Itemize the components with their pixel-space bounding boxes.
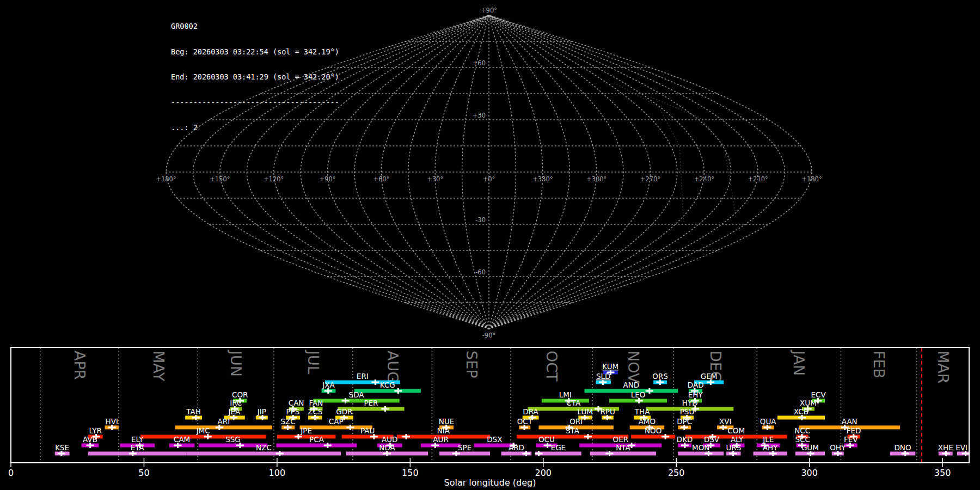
shower-code-label: PSU (680, 407, 695, 416)
shower-code-label: ETA (131, 443, 145, 452)
shower-code-label: LYR (89, 426, 102, 435)
longitude-label: +90° (319, 175, 335, 183)
shower-code-label: FED (847, 426, 861, 435)
longitude-label: +60° (373, 175, 389, 183)
shower-code-label: SLD (596, 372, 611, 381)
shower-code-label: PPS (286, 407, 300, 416)
shower-code-label: XHE (938, 443, 953, 452)
shower-code-label: DSX (487, 435, 502, 444)
month-label: NOV (625, 351, 642, 383)
latitude-label: -60 (475, 268, 486, 276)
month-label: MAY (150, 351, 167, 382)
latitude-label: -90° (482, 332, 496, 339)
shower-code-label: SPE (458, 443, 471, 452)
shower-bar (276, 444, 357, 448)
shower-bar (678, 452, 724, 456)
activity-timeline: APRMAYJUNJULAUGSEPOCTNOVDECJANFEBMAR KUM… (0, 343, 980, 490)
sky-map: +180°+150°+120°+90°+60°+30°+0°+330°+300°… (0, 0, 980, 343)
shower-bar (439, 452, 490, 456)
shower-code-label: JEA (228, 407, 241, 416)
shower-bar (175, 426, 272, 430)
shower-code-label: DRA (523, 407, 538, 416)
shower-code-label: NDA (379, 443, 395, 452)
shower-code-label: KCG (380, 381, 395, 389)
shower-code-label: QUA (760, 417, 777, 426)
shower-code-label: SSG (225, 435, 241, 444)
shower-code-label: ZCS (308, 407, 322, 416)
shower-code-label: GDR (336, 407, 352, 416)
longitude-label: +330° (532, 175, 553, 183)
shower-code-label: GEM (701, 372, 718, 381)
shower-code-label: CTA (566, 399, 581, 407)
meridian-line (489, 15, 516, 329)
meridian-line (489, 15, 623, 329)
longitude-label: +0° (483, 175, 495, 183)
shower-bar (354, 389, 421, 393)
shower-code-label: LEO (631, 390, 646, 399)
shower-bar (590, 452, 656, 456)
month-label: APR (71, 351, 88, 380)
shower-code-label: NTA (616, 443, 630, 452)
axis-tick-label: 350 (934, 468, 951, 478)
shower-bar (517, 435, 628, 439)
longitude-label: +120° (264, 175, 284, 183)
shower-code-label: DAD (688, 381, 704, 389)
longitude-label: +180° (801, 175, 822, 183)
shower-code-label: SDA (349, 390, 365, 399)
shower-code-label: ERI (357, 372, 369, 381)
shower-code-label: FAN (309, 399, 323, 407)
x-axis-title: Solar longitude (deg) (444, 477, 536, 488)
shower-code-label: COM (727, 426, 745, 435)
axis-tick-label: 0 (8, 468, 14, 478)
shower-code-label: XVI (719, 417, 731, 426)
longitude-label: +300° (586, 175, 607, 183)
shower-code-label: LUM (578, 407, 593, 416)
shower-code-label: AUR (433, 435, 449, 444)
shower-code-label: OCT (517, 417, 533, 426)
month-label: JUN (228, 350, 244, 377)
month-label: FEB (871, 351, 887, 378)
shower-code-label: NCC (794, 426, 810, 435)
shower-code-label: DSV (704, 435, 720, 444)
shower-code-label: EHY (688, 390, 703, 399)
shower-code-label: HVI (106, 417, 118, 426)
shower-code-label: COR (232, 390, 248, 399)
shower-code-label: ECV (811, 390, 826, 399)
shower-code-label: AAN (842, 417, 857, 426)
shower-code-label: DNO (894, 443, 911, 452)
shower-bars: KUMERISLDORSGEMJXAKCGANDDADCORSDALMILEOE… (55, 362, 970, 456)
shower-code-label: OHY (830, 443, 846, 452)
shower-code-label: THA (634, 407, 650, 416)
shower-code-label: OCU (538, 435, 555, 444)
latitude-label: +30 (473, 112, 486, 119)
shower-code-label: IRC (230, 399, 242, 407)
shower-code-label: NZC (256, 443, 272, 452)
shower-code-label: JXA (322, 381, 335, 389)
shower-bar (421, 444, 461, 448)
axis-tick-label: 250 (668, 468, 685, 478)
shower-bar (140, 435, 266, 439)
shower-code-label: ORI (569, 417, 583, 426)
meteor-trail (642, 94, 736, 218)
shower-code-label: DPC (677, 417, 692, 426)
shower-code-label: TAH (186, 407, 201, 416)
shower-code-label: NUE (439, 417, 455, 426)
month-label: AUG (384, 351, 401, 383)
shower-code-label: ELY (131, 435, 144, 444)
longitude-label: +180° (156, 175, 176, 183)
shower-code-label: CAP (329, 417, 344, 426)
shower-code-label: JLE (762, 435, 774, 444)
shower-code-label: OER (613, 435, 629, 444)
shower-code-label: NIA (437, 426, 450, 435)
month-label: JUL (305, 350, 322, 374)
shower-bar (277, 435, 336, 439)
shower-code-label: AUD (382, 435, 398, 444)
shower-code-label: SZC (281, 417, 296, 426)
shower-bar (313, 399, 399, 403)
shower-bar (88, 452, 187, 456)
month-label: SEP (463, 351, 480, 378)
shower-code-label: ALY (731, 435, 744, 444)
shower-code-label: CAN (289, 399, 304, 407)
shower-code-label: KSE (55, 443, 69, 452)
shower-code-label: URS (726, 443, 741, 452)
